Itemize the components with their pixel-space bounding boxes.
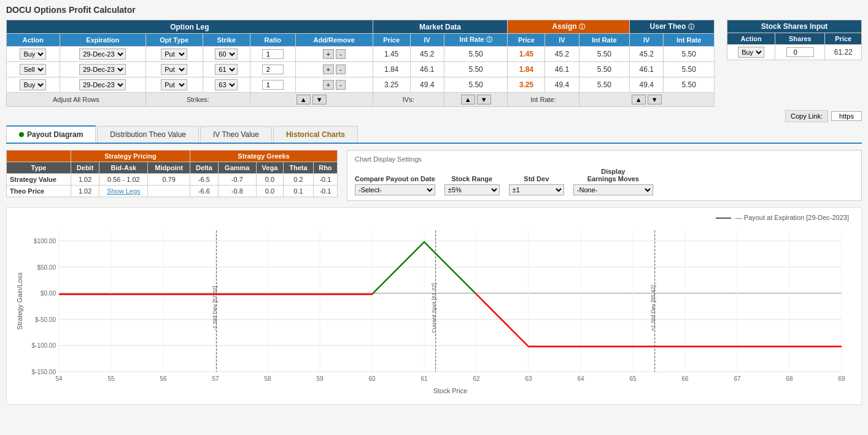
col-strike: Strike xyxy=(203,34,250,47)
user-int-rate-cell-1: 5.50 xyxy=(664,62,715,77)
user-theo-info-icon[interactable]: ⓘ xyxy=(688,23,694,30)
svg-text:$-100.00: $-100.00 xyxy=(32,342,56,349)
std-dev-select[interactable]: ±1 ±2 xyxy=(509,184,564,195)
adjust-all-rows-label: Adjust All Rows xyxy=(7,93,146,107)
strategy-sub-vega: Vega xyxy=(256,162,283,174)
assign-iv-cell-2: 49.4 xyxy=(545,77,579,93)
option-row: Buy Sell 29-Dec-23 Put Call 63 + - 3.25 … xyxy=(7,77,715,93)
chart-area: — Payout at Expiration [29-Dec-2023] $10… xyxy=(6,207,862,405)
copy-link-button[interactable]: Copy Link: xyxy=(785,110,828,122)
action-select-2[interactable]: Buy Sell xyxy=(20,79,46,90)
strategy-theta-0: 0.2 xyxy=(284,174,314,186)
action-select-1[interactable]: Buy Sell xyxy=(20,64,46,75)
strikes-buttons[interactable]: ▲ ▼ xyxy=(250,93,373,107)
tab-iv-label: IV Theo Value xyxy=(213,130,259,139)
type-select-0[interactable]: Put Call xyxy=(161,49,187,60)
int-rate-up-btn[interactable]: ▲ xyxy=(632,95,646,104)
assign-iv-cell-0: 45.2 xyxy=(545,47,579,62)
stock-range-select[interactable]: ±5% ±10% ±15% xyxy=(444,184,500,195)
payout-legend-label: — Payout at Expiration [29-Dec-2023] xyxy=(735,214,849,221)
remove-btn-2[interactable]: - xyxy=(336,80,346,90)
tab-historical-label: Historical Charts xyxy=(286,130,345,139)
compare-payout-select[interactable]: -Select- xyxy=(355,184,435,195)
user-int-rate-cell-0: 5.50 xyxy=(664,47,715,62)
tab-historical[interactable]: Historical Charts xyxy=(273,126,358,143)
tab-payout[interactable]: Payout Diagram xyxy=(6,125,96,143)
strategy-sub-debit: Debit xyxy=(71,162,99,174)
user-iv-cell-0: 45.2 xyxy=(630,47,664,62)
strikes-down-btn[interactable]: ▼ xyxy=(312,95,327,104)
strategy-vega-0: 0.0 xyxy=(256,174,283,186)
add-btn-2[interactable]: + xyxy=(323,80,334,90)
add-btn-1[interactable]: + xyxy=(323,65,334,74)
display-earnings-select[interactable]: -None- xyxy=(573,184,653,195)
remove-btn-0[interactable]: - xyxy=(336,49,346,59)
int-rate-label: Int Rate: xyxy=(508,93,579,107)
strike-select-1[interactable]: 61 xyxy=(215,64,238,75)
strategy-rho-1: -0.1 xyxy=(313,186,337,197)
strategy-table-wrapper: Strategy Pricing Strategy Greeks TypeDeb… xyxy=(6,150,338,197)
copy-link-input[interactable] xyxy=(831,111,862,121)
col-opt-type: Opt Type xyxy=(145,34,203,47)
assign-price-cell-2: 3.25 xyxy=(508,77,545,93)
assign-iv-cell-1: 46.1 xyxy=(545,62,579,77)
svg-text:58: 58 xyxy=(264,375,271,382)
app-title: DOCU Options Profit Calculator xyxy=(0,0,868,20)
ratio-input-1[interactable] xyxy=(262,65,284,74)
col-user-int-rate: Int Rate xyxy=(664,34,715,47)
strike-select-2[interactable]: 63 xyxy=(215,79,238,90)
tab-distribution-label: Distribution Theo Value xyxy=(110,130,186,139)
iv-cell-0: 45.2 xyxy=(410,47,444,62)
strategy-section: Strategy Pricing Strategy Greeks TypeDeb… xyxy=(6,150,862,201)
add-remove-btns-2: + - xyxy=(295,77,373,93)
assign-info-icon[interactable]: ⓘ xyxy=(579,23,585,30)
tab-distribution[interactable]: Distribution Theo Value xyxy=(97,126,199,143)
col-add-remove: Add/Remove xyxy=(295,34,373,47)
show-legs-link[interactable]: Show Legs xyxy=(107,187,140,195)
remove-btn-1[interactable]: - xyxy=(336,65,346,74)
strategy-rho-0: -0.1 xyxy=(313,174,337,186)
strategy-sub-type: Type xyxy=(7,162,71,174)
compare-payout-label: Compare Payout on Date xyxy=(355,175,435,182)
strategy-sub-gamma: Gamma xyxy=(218,162,256,174)
stock-shares-row: Buy Sell 61.22 xyxy=(727,45,862,60)
assign-header: Assign ⓘ xyxy=(508,20,630,34)
payout-chart: $100.00$50.00$0.00$-50.00$-100.00$-150.0… xyxy=(13,224,854,396)
strategy-debit-0: 1.02 xyxy=(71,174,99,186)
user-int-rate-cell-2: 5.50 xyxy=(664,77,715,93)
int-rate-buttons[interactable]: ▲ ▼ xyxy=(579,93,714,107)
stock-action-select[interactable]: Buy Sell xyxy=(738,47,764,58)
ivs-buttons[interactable]: ▲ ▼ xyxy=(444,93,508,107)
strategy-type-0: Strategy Value xyxy=(7,174,71,186)
type-select-1[interactable]: Put Call xyxy=(161,64,187,75)
exp-select-1[interactable]: 29-Dec-23 xyxy=(79,64,126,75)
stock-range-setting: Stock Range ±5% ±10% ±15% xyxy=(444,175,500,195)
add-btn-0[interactable]: + xyxy=(323,49,334,59)
chart-settings-title: Chart Display Settings xyxy=(355,155,854,163)
exp-select-0[interactable]: 29-Dec-23 xyxy=(79,49,126,60)
svg-text:$-150.00: $-150.00 xyxy=(32,369,56,375)
type-select-2[interactable]: Put Call xyxy=(161,79,187,90)
tab-iv[interactable]: IV Theo Value xyxy=(200,126,272,143)
svg-text:61: 61 xyxy=(420,375,428,382)
ivs-down-btn[interactable]: ▼ xyxy=(477,95,491,104)
exp-select-2[interactable]: 29-Dec-23 xyxy=(79,79,126,90)
user-iv-cell-1: 46.1 xyxy=(630,62,664,77)
strategy-gamma-0: -0.7 xyxy=(218,174,256,186)
svg-text:54: 54 xyxy=(55,375,63,382)
int-rate-down-btn[interactable]: ▼ xyxy=(648,95,662,104)
int-rate-info-icon[interactable]: ⓘ xyxy=(486,36,492,43)
assign-int-rate-cell-0: 5.50 xyxy=(579,47,630,62)
strikes-up-btn[interactable]: ▲ xyxy=(296,95,311,104)
strike-select-0[interactable]: 60 xyxy=(215,49,238,60)
assign-price-cell-0: 1.45 xyxy=(508,47,545,62)
action-select-0[interactable]: Buy Sell xyxy=(20,49,46,60)
stock-shares-input[interactable] xyxy=(786,47,814,57)
strategy-debit-1: 1.02 xyxy=(71,186,99,197)
ivs-up-btn[interactable]: ▲ xyxy=(461,95,475,104)
ratio-input-0[interactable] xyxy=(262,49,284,59)
ratio-input-2[interactable] xyxy=(262,80,284,90)
market-data-header: Market Data xyxy=(373,20,508,34)
strategy-sub-theta: Theta xyxy=(284,162,314,174)
svg-text:$100.00: $100.00 xyxy=(34,238,56,245)
